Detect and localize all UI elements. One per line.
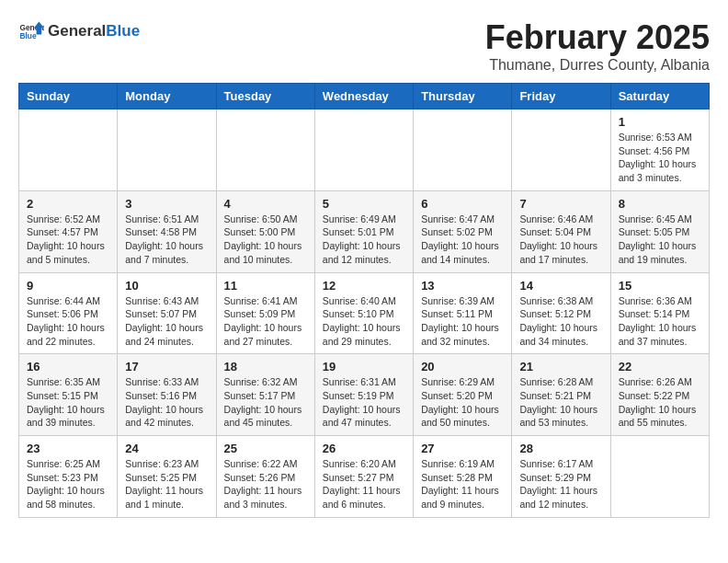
day-cell-w4-d3: 26Sunrise: 6:20 AM Sunset: 5:27 PM Dayli… [314,436,413,518]
day-number: 9 [27,279,109,293]
day-cell-w4-d4: 27Sunrise: 6:19 AM Sunset: 5:28 PM Dayli… [414,436,512,518]
day-number: 6 [421,197,504,211]
day-cell-w4-d5: 28Sunrise: 6:17 AM Sunset: 5:29 PM Dayli… [512,436,610,518]
day-cell-w1-d3: 5Sunrise: 6:49 AM Sunset: 5:01 PM Daylig… [314,190,413,272]
day-info: Sunrise: 6:39 AM Sunset: 5:11 PM Dayligh… [421,294,504,349]
title-section: February 2025 Thumane, Durres County, Al… [485,18,710,74]
day-cell-w4-d1: 24Sunrise: 6:23 AM Sunset: 5:25 PM Dayli… [118,436,216,518]
day-cell-w2-d3: 12Sunrise: 6:40 AM Sunset: 5:10 PM Dayli… [314,272,413,354]
col-saturday: Saturday [610,84,709,109]
calendar-header: Sunday Monday Tuesday Wednesday Thursday… [19,84,710,109]
calendar-body: 1Sunrise: 6:53 AM Sunset: 4:56 PM Daylig… [19,109,710,518]
day-info: Sunrise: 6:28 AM Sunset: 5:21 PM Dayligh… [519,375,602,430]
calendar-table: Sunday Monday Tuesday Wednesday Thursday… [18,83,710,518]
day-cell-w2-d4: 13Sunrise: 6:39 AM Sunset: 5:11 PM Dayli… [414,272,512,354]
day-info: Sunrise: 6:43 AM Sunset: 5:07 PM Dayligh… [125,294,208,349]
day-number: 23 [27,442,109,455]
week-row-4: 23Sunrise: 6:25 AM Sunset: 5:23 PM Dayli… [19,436,710,518]
day-cell-w4-d6 [610,436,709,518]
day-number: 16 [27,360,109,373]
day-info: Sunrise: 6:17 AM Sunset: 5:29 PM Dayligh… [519,457,602,511]
day-cell-w0-d6: 1Sunrise: 6:53 AM Sunset: 4:56 PM Daylig… [610,109,709,191]
col-thursday: Thursday [414,84,512,109]
day-cell-w2-d5: 14Sunrise: 6:38 AM Sunset: 5:12 PM Dayli… [512,272,610,354]
day-number: 10 [125,279,208,293]
day-cell-w1-d6: 8Sunrise: 6:45 AM Sunset: 5:05 PM Daylig… [610,190,709,272]
logo: General Blue General Blue [18,18,140,44]
day-info: Sunrise: 6:19 AM Sunset: 5:28 PM Dayligh… [421,457,504,511]
day-info: Sunrise: 6:25 AM Sunset: 5:23 PM Dayligh… [27,457,109,511]
day-cell-w1-d0: 2Sunrise: 6:52 AM Sunset: 4:57 PM Daylig… [19,190,118,272]
day-number: 13 [421,279,504,293]
day-cell-w0-d4 [414,109,512,191]
main-title: February 2025 [485,18,710,57]
day-cell-w3-d2: 18Sunrise: 6:32 AM Sunset: 5:17 PM Dayli… [216,354,314,436]
day-cell-w3-d1: 17Sunrise: 6:33 AM Sunset: 5:16 PM Dayli… [118,354,216,436]
header: General Blue General Blue February 2025 … [18,18,710,74]
day-cell-w3-d5: 21Sunrise: 6:28 AM Sunset: 5:21 PM Dayli… [512,354,610,436]
header-row: Sunday Monday Tuesday Wednesday Thursday… [19,84,710,109]
day-cell-w3-d4: 20Sunrise: 6:29 AM Sunset: 5:20 PM Dayli… [414,354,512,436]
day-number: 22 [619,360,701,373]
day-info: Sunrise: 6:22 AM Sunset: 5:26 PM Dayligh… [224,457,307,511]
day-info: Sunrise: 6:51 AM Sunset: 4:58 PM Dayligh… [125,213,208,267]
day-info: Sunrise: 6:38 AM Sunset: 5:12 PM Dayligh… [519,294,602,349]
day-info: Sunrise: 6:47 AM Sunset: 5:02 PM Dayligh… [421,213,504,267]
day-info: Sunrise: 6:33 AM Sunset: 5:16 PM Dayligh… [125,375,208,430]
day-number: 25 [224,442,307,455]
day-number: 2 [27,197,109,211]
col-tuesday: Tuesday [216,84,314,109]
day-number: 1 [619,115,701,129]
day-cell-w0-d1 [118,109,216,191]
day-number: 21 [519,360,602,373]
day-cell-w4-d2: 25Sunrise: 6:22 AM Sunset: 5:26 PM Dayli… [216,436,314,518]
day-number: 15 [619,279,701,293]
day-info: Sunrise: 6:31 AM Sunset: 5:19 PM Dayligh… [323,375,405,430]
day-cell-w2-d0: 9Sunrise: 6:44 AM Sunset: 5:06 PM Daylig… [19,272,118,354]
day-number: 24 [125,442,208,455]
col-wednesday: Wednesday [314,84,413,109]
day-cell-w1-d2: 4Sunrise: 6:50 AM Sunset: 5:00 PM Daylig… [216,190,314,272]
day-cell-w0-d5 [512,109,610,191]
day-cell-w3-d0: 16Sunrise: 6:35 AM Sunset: 5:15 PM Dayli… [19,354,118,436]
day-cell-w2-d1: 10Sunrise: 6:43 AM Sunset: 5:07 PM Dayli… [118,272,216,354]
day-info: Sunrise: 6:41 AM Sunset: 5:09 PM Dayligh… [224,294,307,349]
week-row-3: 16Sunrise: 6:35 AM Sunset: 5:15 PM Dayli… [19,354,710,436]
logo-icon: General Blue [18,18,44,44]
day-number: 11 [224,279,307,293]
day-cell-w2-d2: 11Sunrise: 6:41 AM Sunset: 5:09 PM Dayli… [216,272,314,354]
day-number: 27 [421,442,504,455]
day-number: 14 [519,279,602,293]
week-row-1: 2Sunrise: 6:52 AM Sunset: 4:57 PM Daylig… [19,190,710,272]
day-number: 8 [619,197,701,211]
day-info: Sunrise: 6:53 AM Sunset: 4:56 PM Dayligh… [619,131,701,185]
day-info: Sunrise: 6:49 AM Sunset: 5:01 PM Dayligh… [323,213,405,267]
day-number: 4 [224,197,307,211]
day-info: Sunrise: 6:45 AM Sunset: 5:05 PM Dayligh… [619,213,701,267]
day-cell-w4-d0: 23Sunrise: 6:25 AM Sunset: 5:23 PM Dayli… [19,436,118,518]
day-info: Sunrise: 6:36 AM Sunset: 5:14 PM Dayligh… [619,294,701,349]
subtitle: Thumane, Durres County, Albania [485,57,710,74]
day-number: 3 [125,197,208,211]
day-info: Sunrise: 6:29 AM Sunset: 5:20 PM Dayligh… [421,375,504,430]
day-cell-w1-d5: 7Sunrise: 6:46 AM Sunset: 5:04 PM Daylig… [512,190,610,272]
day-info: Sunrise: 6:23 AM Sunset: 5:25 PM Dayligh… [125,457,208,511]
svg-text:Blue: Blue [19,31,36,40]
day-cell-w3-d3: 19Sunrise: 6:31 AM Sunset: 5:19 PM Dayli… [314,354,413,436]
day-info: Sunrise: 6:40 AM Sunset: 5:10 PM Dayligh… [323,294,405,349]
day-number: 18 [224,360,307,373]
logo-general-text: General [48,22,106,40]
col-monday: Monday [118,84,216,109]
day-info: Sunrise: 6:26 AM Sunset: 5:22 PM Dayligh… [619,375,701,430]
day-info: Sunrise: 6:50 AM Sunset: 5:00 PM Dayligh… [224,213,307,267]
col-friday: Friday [512,84,610,109]
day-info: Sunrise: 6:32 AM Sunset: 5:17 PM Dayligh… [224,375,307,430]
day-number: 7 [519,197,602,211]
day-cell-w2-d6: 15Sunrise: 6:36 AM Sunset: 5:14 PM Dayli… [610,272,709,354]
day-info: Sunrise: 6:46 AM Sunset: 5:04 PM Dayligh… [519,213,602,267]
logo-blue-text: Blue [106,22,140,40]
day-info: Sunrise: 6:44 AM Sunset: 5:06 PM Dayligh… [27,294,109,349]
day-cell-w0-d0 [19,109,118,191]
day-number: 26 [323,442,405,455]
day-cell-w1-d1: 3Sunrise: 6:51 AM Sunset: 4:58 PM Daylig… [118,190,216,272]
